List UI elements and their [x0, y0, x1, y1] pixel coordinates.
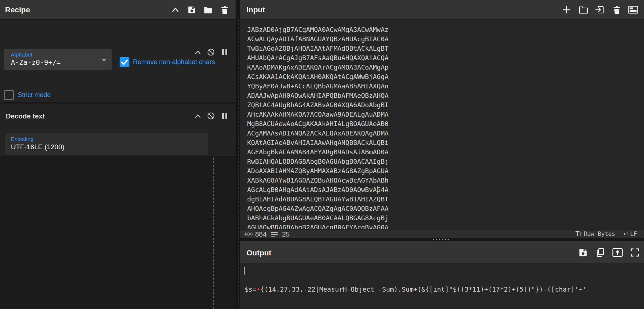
input-code-line: ADoAXAB1AHMAZQByAHMAXABzAG8AZgBpAGUA [247, 166, 389, 176]
input-textarea[interactable]: JABzAD0AjgB7ACgAMQA0ACwAMgA3ACwAMwAzACwA… [240, 20, 644, 229]
remove-non-alphabet-label: Remove non-alphabet chars [133, 58, 215, 66]
operation-from-base64[interactable]: From Base64 Alphabet A-Za-z0-9+/= Remove… [0, 20, 236, 103]
sign-in-icon [595, 5, 604, 14]
encoding-select[interactable]: Encoding UTF-16LE (1200) [5, 133, 208, 155]
fullscreen-icon [630, 248, 640, 257]
recipe-panel: Recipe From Base64 [0, 0, 236, 309]
ban-icon [207, 112, 215, 120]
chevron-down-icon [101, 59, 107, 62]
save-recipe-button[interactable] [187, 5, 196, 14]
save-icon [187, 5, 196, 14]
char-count-icon: ABC [244, 232, 253, 236]
ban-icon [207, 48, 215, 56]
disable-op-button[interactable] [207, 112, 215, 120]
input-code-line: RwBIAHQALQBDAG8AbgB0AGUAbgB0ACAAIgBj [247, 157, 389, 166]
line-count-icon [271, 232, 278, 237]
input-code-line: KQAtAGIAeABvAHIAIAAwAHgANQBBACkALQBi [247, 138, 389, 147]
io-panel: Input [240, 0, 644, 309]
alphabet-select[interactable]: Alphabet A-Za-z0-9+/= [4, 49, 112, 70]
trash-icon [613, 5, 621, 14]
collapse-recipe-button[interactable] [171, 6, 180, 13]
encoding-value: UTF-16LE (1200) [11, 143, 65, 151]
output-code-line: $s=•{(14,27,33,-22|MeasurH-Object -Sum).… [245, 285, 630, 294]
input-type-toggle[interactable]: TT Raw Bytes [576, 230, 615, 238]
input-code-line: AHQAcgBpAG4AZwAgACQAZgAgAC0AQQBzAFAA [247, 204, 389, 213]
input-code-line: KAAoADMAKgAxADEAKQArACgAMQA3ACoAMgAp [247, 63, 389, 72]
input-code-line: ACsAKAA1ACkAKQAiAH0AKQAtACgAWwBjAGgA [247, 72, 389, 82]
collapse-op-button[interactable] [194, 113, 202, 119]
input-status-bar: ABC 884 25 TT Raw Bytes ↵ LF [240, 229, 644, 238]
operation-title: Decode text [6, 112, 45, 120]
strict-mode-checkbox[interactable]: Strict mode [4, 90, 76, 101]
return-arrow-icon: ↵ [623, 230, 628, 237]
folder-open-icon [579, 6, 588, 14]
save-output-button[interactable] [578, 247, 588, 258]
recipe-drop-zone[interactable] [0, 157, 236, 309]
input-line-count: 25 [282, 230, 290, 238]
input-code-line: ACgAMAAsADIANQA2ACkALQAxADEAKQAgADMA [247, 129, 389, 138]
add-input-tab-button[interactable] [562, 5, 571, 14]
popout-icon [612, 248, 623, 257]
input-code-line: AGEAbgBkACAAMAB4AEYARgB9ADsAJABmAD0A [247, 147, 389, 157]
encoding-label: Encoding [11, 136, 34, 142]
io-resize-handle[interactable] [238, 20, 238, 309]
input-code-line: TwBiAGoAZQBjAHQAIAAtAFMAdQBtACkALgBT [247, 44, 389, 53]
open-folder-button[interactable] [594, 5, 605, 14]
text-type-icon: TT [576, 230, 582, 237]
collapse-op-button[interactable] [194, 49, 202, 55]
checkbox-empty-icon [4, 90, 14, 100]
breakpoint-op-button[interactable] [220, 112, 229, 120]
clear-io-button[interactable] [612, 5, 621, 14]
breakpoint-op-button[interactable] [220, 48, 229, 56]
input-code: JABzAD0AjgB7ACgAMQA0ACwAMgA3ACwAMwAzACwA… [247, 25, 389, 229]
plus-icon [562, 5, 571, 14]
output-title: Output [246, 249, 271, 257]
input-code-line: YQByAF0AJwB+ACcALQBbAGMAaABhAHIAXQAn [247, 82, 389, 91]
control-char-dot: • [257, 285, 261, 293]
pause-icon [221, 49, 228, 56]
load-recipe-button[interactable] [203, 5, 213, 14]
input-code-line: XABkAG8AYwB1AG0AZQBuAHQAcwBcAGYAbABh [247, 176, 389, 185]
maximise-output-button[interactable] [630, 247, 640, 258]
input-eol-label: LF [630, 230, 637, 237]
strict-mode-label: Strict mode [18, 91, 51, 99]
input-eol-toggle[interactable]: ↵ LF [623, 230, 637, 238]
disable-op-button[interactable] [207, 48, 215, 57]
chevron-up-icon [195, 113, 201, 118]
input-code-line: ZQBtAC4AUgBhAG4AZABvAG0AXQA6ADoAbgBI [247, 100, 389, 110]
io-layout-button[interactable] [628, 5, 639, 14]
open-output-window-button[interactable] [612, 247, 623, 258]
input-code-line: AHUAbQArACgAJgB7AFsAaQBuAHQAXQAiACQA [247, 53, 389, 63]
input-text-cursor [377, 186, 378, 194]
pause-icon [221, 112, 228, 120]
operation-decode-text[interactable]: Decode text Encoding UTF-16LE (1200) [0, 104, 236, 157]
layout-icon [628, 6, 638, 14]
folder-icon [204, 6, 212, 14]
check-icon [120, 57, 129, 67]
alphabet-label: Alphabet [11, 51, 32, 58]
input-code-line: dgBIAHIAdABUAG8ALQBTAGUAYwB1AHIAZQBT [247, 195, 389, 204]
output-code: $s=•{(14,27,33,-22|MeasurH-Object -Sum).… [245, 266, 630, 309]
open-file-button[interactable] [578, 5, 589, 14]
clear-recipe-button[interactable] [220, 5, 229, 14]
remove-non-alphabet-checkbox[interactable]: Remove non-alphabet chars [120, 57, 228, 68]
output-header: Output [240, 241, 644, 263]
input-code-line: ACwALQAyADIAfABNAGUAYQBzAHUAcgBIAC0A [247, 34, 389, 44]
io-split-drag-handle[interactable] [433, 239, 450, 240]
chevron-up-icon [171, 7, 179, 13]
input-code-line: JABzAD0AjgB7ACgAMQA0ACwAMgA3ACwAMwAz [247, 25, 389, 34]
input-code-line: MgB8ACUAewAoACgAKAAkAHIALgBOAGUAeAB0 [247, 119, 389, 129]
trash-icon [221, 5, 229, 14]
copy-output-button[interactable] [595, 247, 606, 258]
input-header: Input [240, 0, 644, 20]
copy-icon [595, 247, 605, 258]
alphabet-value: A-Za-z0-9+/= [11, 58, 61, 66]
input-code-line: AHcAKAAkAHMAKQA7ACQAawA9ADEALgAuADMA [247, 110, 389, 119]
recipe-resize-handle[interactable] [213, 158, 214, 309]
input-code-line: AGcALgB0AHgAdAAiADsAJABzAD0AQwBvAG4A [247, 185, 389, 195]
save-icon [578, 248, 588, 257]
input-type-label: Raw Bytes [584, 230, 615, 237]
input-char-count: 884 [255, 230, 267, 238]
input-code-line: bABhAGkAbgBUAGUAeAB0ACAALQBGAG8AcgBj [247, 213, 389, 223]
output-textarea[interactable]: $s=•{(14,27,33,-22|MeasurH-Object -Sum).… [240, 263, 644, 309]
